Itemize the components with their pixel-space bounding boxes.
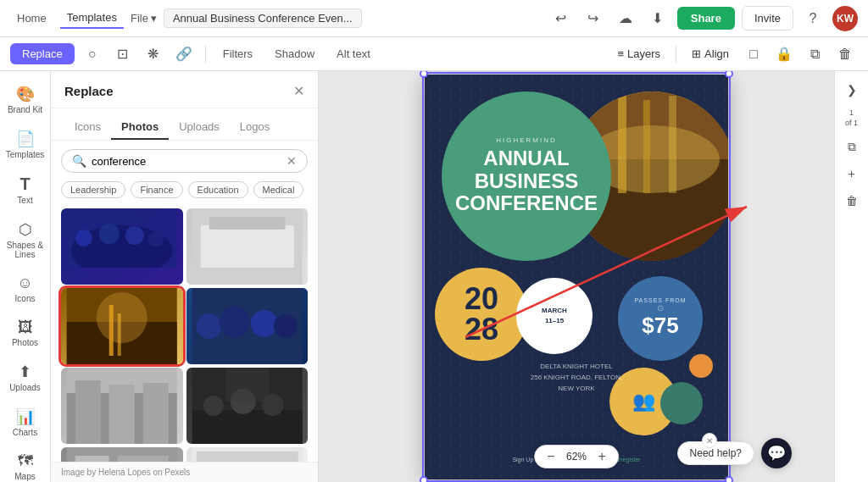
sidebar-item-maps[interactable]: 🗺 Maps (3, 446, 47, 482)
replace-tabs: Icons Photos Uploads Logos (51, 108, 318, 141)
poster-orange-circle (689, 354, 713, 378)
shapes-label: Shapes & Lines (7, 241, 44, 259)
delete-button[interactable]: 🗑 (832, 42, 858, 67)
layers-button[interactable]: ≡ Layers (610, 44, 667, 64)
chat-button[interactable]: 💬 (761, 438, 792, 468)
svg-rect-31 (75, 456, 109, 462)
svg-point-4 (125, 226, 144, 245)
sidebar-item-photos[interactable]: 🖼 Photos (3, 312, 47, 354)
zoom-bar: − 62% + (534, 445, 619, 468)
resize-button[interactable]: □ (741, 42, 766, 67)
brand-label: Brand Kit (8, 105, 42, 114)
templates-tab[interactable]: Templates (60, 8, 124, 29)
layers-label: Layers (627, 47, 660, 60)
sidebar-item-icons[interactable]: ☺ Icons (3, 268, 47, 310)
shapes-icon: ⬡ (19, 220, 32, 239)
replace-button[interactable]: Replace (10, 43, 75, 64)
icons-icon: ☺ (17, 274, 32, 292)
search-box: 🔍 ✕ (61, 149, 308, 173)
replace-close-button[interactable]: ✕ (293, 83, 304, 99)
filter-leadership[interactable]: Leadership (61, 181, 125, 198)
filter-medical[interactable]: Medical (253, 181, 304, 198)
search-input[interactable] (92, 155, 281, 168)
svg-rect-32 (118, 456, 169, 462)
svg-point-17 (250, 310, 277, 337)
search-clear-icon[interactable]: ✕ (287, 154, 297, 168)
filter-education[interactable]: Education (188, 181, 248, 198)
cloud-save-button[interactable]: ☁ (613, 6, 638, 31)
home-tab[interactable]: Home (10, 8, 53, 28)
collapse-button[interactable]: ❯ (840, 78, 864, 102)
copy-panel-button[interactable]: ⧉ (840, 135, 864, 158)
photos-label: Photos (12, 338, 38, 347)
icons-label: Icons (15, 294, 36, 303)
replace-panel: Replace ✕ Icons Photos Uploads Logos 🔍 ✕… (51, 71, 319, 482)
tab-logos[interactable]: Logos (230, 115, 280, 140)
filter-tags: Leadership Finance Education Medical (51, 181, 318, 205)
photo-item-8[interactable] (186, 447, 309, 462)
tab-photos[interactable]: Photos (111, 115, 169, 140)
svg-rect-13 (118, 313, 121, 356)
link-tool-button[interactable]: 🔗 (171, 42, 197, 67)
effect-tool-button[interactable]: ❋ (141, 42, 166, 67)
invite-button[interactable]: Invite (742, 6, 793, 30)
photo-item-selected[interactable] (61, 288, 183, 364)
photo-item-7[interactable] (61, 447, 183, 462)
help-button[interactable]: ? (800, 6, 826, 31)
sidebar-item-text[interactable]: T Text (3, 168, 47, 212)
photo-item-1[interactable] (61, 208, 183, 285)
poster-yellow-circle: 20 28 (435, 268, 528, 361)
sidebar-item-shapes[interactable]: ⬡ Shapes & Lines (3, 213, 47, 266)
zoom-out-button[interactable]: − (545, 449, 556, 464)
sidebar-item-uploads[interactable]: ⬆ Uploads (3, 356, 47, 399)
poster[interactable]: HIGHERMIND ANNUAL BUSINESS CONFERENCE 20… (425, 75, 728, 479)
share-button[interactable]: Share (677, 7, 735, 30)
secondary-toolbar: Replace ○ ⊡ ❋ 🔗 Filters Shadow Alt text … (0, 37, 868, 71)
download-button[interactable]: ⬇ (645, 6, 670, 31)
tab-icons[interactable]: Icons (64, 115, 111, 140)
canvas-area[interactable]: HIGHERMIND ANNUAL BUSINESS CONFERENCE 20… (319, 71, 834, 482)
filters-button[interactable]: Filters (214, 43, 261, 64)
add-page-button[interactable]: + (840, 162, 864, 186)
sidebar-item-charts[interactable]: 📊 Charts (3, 401, 47, 444)
text-icon: T (19, 175, 30, 194)
align-button[interactable]: ⊞ Align (685, 44, 736, 64)
avatar[interactable]: KW (832, 6, 858, 31)
redo-button[interactable]: ↪ (581, 6, 606, 31)
photo-item-4[interactable] (186, 288, 309, 364)
uploads-label: Uploads (9, 383, 41, 392)
photo-item-2[interactable] (186, 208, 309, 285)
poster-teal-circle (660, 382, 703, 424)
svg-point-16 (219, 307, 249, 337)
lock-button[interactable]: 🔒 (771, 42, 797, 67)
poster-green-circle: HIGHERMIND ANNUAL BUSINESS CONFERENCE (442, 91, 611, 261)
sidebar-item-brand[interactable]: 🎨 Brand Kit (3, 78, 47, 121)
doc-name[interactable]: Annual Business Conference Even... (164, 8, 362, 28)
alt-text-button[interactable]: Alt text (328, 43, 379, 64)
sidebar-item-templates[interactable]: 📄 Templates (3, 123, 47, 166)
help-bubble: ✕ Need help? 💬 (677, 438, 792, 468)
page-indicator: 1of 1 (845, 108, 858, 128)
delete-page-button[interactable]: 🗑 (840, 189, 864, 213)
svg-rect-12 (109, 305, 114, 356)
maps-label: Maps (14, 472, 35, 481)
crop-tool-button[interactable]: ⊡ (110, 42, 136, 67)
svg-rect-29 (225, 368, 268, 402)
duplicate-button[interactable]: ⧉ (802, 42, 827, 67)
poster-passes-circle: PASSES FROM ⊙ $75 (618, 276, 703, 361)
poster-price: $75 (642, 313, 678, 339)
help-close-button[interactable]: ✕ (702, 433, 717, 448)
svg-point-26 (203, 396, 223, 416)
zoom-in-button[interactable]: + (597, 449, 608, 464)
poster-date-circle: MARCH 11–15 (516, 278, 593, 354)
file-menu[interactable]: File ▾ (131, 12, 157, 25)
photo-item-6[interactable] (186, 368, 309, 444)
tab-uploads[interactable]: Uploads (169, 115, 230, 140)
filter-finance[interactable]: Finance (131, 181, 182, 198)
shadow-button[interactable]: Shadow (266, 43, 323, 64)
circle-tool-button[interactable]: ○ (80, 42, 105, 67)
photo-item-5[interactable] (61, 368, 183, 444)
svg-point-5 (148, 231, 164, 247)
poster-passes-label: PASSES FROM (634, 297, 686, 303)
undo-button[interactable]: ↩ (548, 6, 574, 31)
